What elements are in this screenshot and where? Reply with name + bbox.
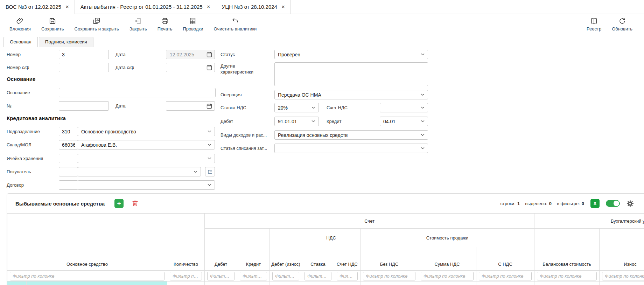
filter-input-bez-nds[interactable] xyxy=(363,272,415,280)
filter-input-stavka[interactable] xyxy=(304,272,331,280)
filter-input-schet-nds[interactable] xyxy=(337,272,358,280)
registry-button[interactable]: Реестр xyxy=(581,17,607,32)
column-header-s-nds[interactable]: С НДС xyxy=(476,247,534,271)
hierarchy-tree-icon xyxy=(207,169,213,175)
osn-no-input[interactable] xyxy=(59,101,109,111)
column-header-bez-nds[interactable]: Без НДС xyxy=(360,247,418,271)
excel-export-button[interactable]: X xyxy=(590,199,600,208)
save-and-close-button[interactable]: Сохранить и закрыть xyxy=(69,17,124,32)
yacheika-select[interactable] xyxy=(78,154,215,163)
data-sf-datebox[interactable] xyxy=(166,63,215,72)
cell-balans[interactable]: 1 000 000.00 xyxy=(534,281,600,285)
podrazdelenie-code-input[interactable] xyxy=(59,127,78,136)
cell-iznos[interactable] xyxy=(600,281,644,285)
cell-name[interactable]: Станок токарный ИНВ 3 xyxy=(27,281,167,285)
tab-osnovnaya[interactable]: Основная xyxy=(4,37,38,47)
save-button[interactable]: Сохранить xyxy=(36,17,69,32)
pokupatel-code-input[interactable] xyxy=(59,167,78,176)
close-button[interactable]: Закрыть xyxy=(124,17,152,32)
operaciya-select[interactable]: Передача ОС НМА xyxy=(274,90,428,99)
calendar-icon xyxy=(206,65,212,70)
delete-row-button[interactable] xyxy=(131,200,139,207)
cell-debet-iznos[interactable]: 05.01 xyxy=(270,281,302,285)
grid-settings-button[interactable] xyxy=(626,200,634,208)
data-sf-input[interactable] xyxy=(169,64,206,71)
cell-s-nds[interactable] xyxy=(476,281,534,285)
window-tab-akty-vybytiya[interactable]: Акты выбытия - Реестр от 01.01.2025 - 31… xyxy=(75,0,216,14)
dogovor-code-input[interactable] xyxy=(59,180,78,190)
nomer-input[interactable] xyxy=(59,50,109,59)
cell-debet[interactable]: 91.01.01 xyxy=(205,281,237,285)
filter-input-summa-nds[interactable] xyxy=(421,272,474,280)
status-select[interactable]: Проверен xyxy=(274,50,428,59)
kredit-select[interactable]: 04.01 xyxy=(380,117,428,126)
osnovanie-input[interactable] xyxy=(59,88,216,97)
column-header-os[interactable]: Основное средство xyxy=(7,214,167,271)
column-header-kredit[interactable]: Кредит xyxy=(237,229,270,271)
column-header-debet[interactable]: Дебет xyxy=(205,229,237,271)
window-tab-ucn[interactable]: УЦН №3 от 28.10.2024 × xyxy=(216,0,291,14)
vidy-dohodov-select[interactable]: Реализация основных средств xyxy=(274,130,428,140)
table-row[interactable]: 1310... Станок токарный ИНВ 3 91.01.01 0… xyxy=(7,281,644,285)
pokupatel-hierarchy-button[interactable] xyxy=(205,167,215,176)
nomer-sf-input[interactable] xyxy=(59,63,109,72)
yacheika-code-input[interactable] xyxy=(59,154,78,163)
filter-input-kolichestvo[interactable] xyxy=(170,272,202,280)
close-tab-icon[interactable]: × xyxy=(281,4,285,10)
sklad-mol-code-input[interactable] xyxy=(59,140,78,150)
close-tab-icon[interactable]: × xyxy=(207,4,210,10)
filter-input-debet-iznos[interactable] xyxy=(272,272,299,280)
calendar-icon xyxy=(206,103,212,109)
schet-nds-select[interactable] xyxy=(380,103,428,112)
filter-toggle[interactable] xyxy=(606,200,620,207)
postings-button[interactable]: Проводки xyxy=(177,17,208,32)
window-tab-vos[interactable]: ВОС №3 от 12.02.2025 × xyxy=(0,0,75,14)
cell-schet-nds[interactable] xyxy=(334,281,360,285)
filter-input-s-nds[interactable] xyxy=(479,272,532,280)
column-header-schet-nds[interactable]: Счет НДС xyxy=(334,247,360,271)
data-sf-label: Дата с/ф xyxy=(115,65,134,70)
chevron-down-icon xyxy=(194,171,197,173)
add-row-button[interactable]: + xyxy=(114,199,124,208)
cell-kredit[interactable]: 04.01 xyxy=(237,281,270,285)
close-tab-icon[interactable]: × xyxy=(65,4,69,10)
debet-select[interactable]: 91.01.01 xyxy=(274,117,319,126)
sklad-mol-select[interactable]: Агафонова Е.В. xyxy=(78,140,215,150)
filter-input-kredit[interactable] xyxy=(240,272,267,280)
column-header-stavka[interactable]: Ставка xyxy=(302,247,334,271)
filter-input-balans[interactable] xyxy=(537,272,597,280)
filter-input-debet[interactable] xyxy=(207,272,234,280)
cell-code[interactable]: 1310... xyxy=(7,281,27,285)
cell-summa-nds[interactable] xyxy=(418,281,476,285)
attachments-button[interactable]: Вложения xyxy=(4,17,36,32)
column-header-balans[interactable]: Балансовая стоимость xyxy=(534,229,600,271)
tab-podpisi-komissiya[interactable]: Подписи, комиссия xyxy=(39,37,93,47)
filter-input-iznos[interactable] xyxy=(602,272,644,280)
drugie-textarea[interactable] xyxy=(274,62,428,86)
print-button[interactable]: Печать xyxy=(152,17,178,32)
podrazdelenie-label: Подразделение xyxy=(7,129,40,134)
clear-analytics-button[interactable]: Очистить аналитики xyxy=(209,17,262,32)
refresh-button[interactable]: Обновить xyxy=(607,17,638,32)
statya-spisaniya-select[interactable] xyxy=(274,144,428,153)
column-header-summa-nds[interactable]: Сумма НДС xyxy=(418,247,476,271)
data-datebox[interactable] xyxy=(166,50,215,59)
data-input[interactable] xyxy=(169,51,206,58)
group-header-stoimost-prodazhi: Стоимость продажи xyxy=(360,229,534,247)
column-header-kolichestvo[interactable]: Количество xyxy=(167,214,205,271)
osn-data-datebox[interactable] xyxy=(166,101,215,111)
trash-icon xyxy=(131,200,139,207)
cell-stavka[interactable]: 20% xyxy=(302,281,334,285)
podrazdelenie-select[interactable]: Основное производство xyxy=(78,127,215,136)
column-header-iznos[interactable]: Износ xyxy=(600,229,644,271)
dogovor-select[interactable] xyxy=(78,180,215,190)
calendar-icon xyxy=(206,52,212,57)
pokupatel-select[interactable] xyxy=(78,167,201,176)
filter-input-os[interactable] xyxy=(10,272,164,280)
stavka-nds-select[interactable]: 20% xyxy=(274,103,319,112)
cell-kolichestvo[interactable] xyxy=(167,281,205,285)
osn-data-input[interactable] xyxy=(169,103,206,109)
column-header-debet-iznos[interactable]: Дебет (износ) xyxy=(270,229,302,271)
save-and-close-icon xyxy=(93,17,100,25)
cell-bez-nds[interactable] xyxy=(360,281,418,285)
